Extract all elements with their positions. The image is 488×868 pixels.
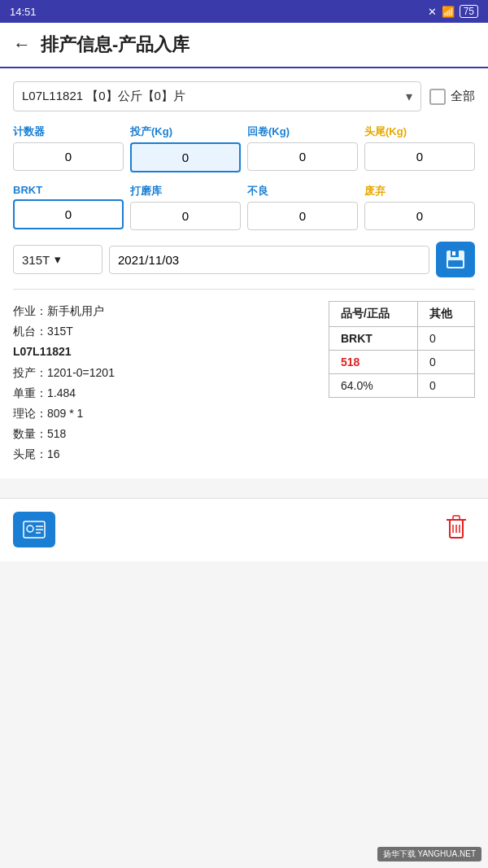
info-head-tail: 头尾：16 bbox=[13, 444, 319, 465]
wifi-icon: 📶 bbox=[442, 6, 455, 18]
card-icon-button[interactable] bbox=[13, 512, 55, 547]
machine-select[interactable]: 315T ▾ bbox=[13, 245, 102, 274]
label-defect: 不良 bbox=[247, 184, 358, 198]
table-cell-518: 518 bbox=[329, 351, 418, 374]
save-button[interactable] bbox=[436, 242, 475, 277]
close-icon: ✕ bbox=[428, 6, 437, 18]
status-bar: 14:51 ✕ 📶 75 bbox=[0, 0, 488, 23]
table-row: BRKT 0 bbox=[329, 327, 475, 351]
label-counter: 计数器 bbox=[13, 124, 124, 139]
label-brkt: BRKT bbox=[13, 184, 124, 196]
input-grinding[interactable] bbox=[130, 202, 241, 230]
date-input[interactable] bbox=[109, 246, 429, 274]
svg-rect-11 bbox=[453, 516, 460, 520]
status-time: 14:51 bbox=[10, 6, 37, 18]
info-theory: 理论：809 * 1 bbox=[13, 403, 319, 424]
back-button[interactable]: ← bbox=[13, 34, 31, 55]
summary-table: 品号/正品 其他 BRKT 0 518 0 64.0% 0 bbox=[329, 301, 475, 398]
product-select[interactable]: L07L11821 【0】公斤【0】片 ▾ bbox=[13, 81, 421, 111]
label-discard: 废弃 bbox=[364, 184, 475, 198]
divider bbox=[13, 289, 475, 290]
input-rewind-kg[interactable] bbox=[247, 142, 358, 171]
field-discard: 废弃 bbox=[364, 184, 475, 230]
table-cell-other-1: 0 bbox=[418, 327, 475, 351]
machine-select-value: 315T bbox=[22, 253, 50, 267]
table-cell-other-3: 0 bbox=[418, 374, 475, 398]
theory-value: 809 * 1 bbox=[47, 407, 83, 420]
field-defect: 不良 bbox=[247, 184, 358, 230]
battery-level: 75 bbox=[460, 5, 478, 18]
label-head-tail-kg: 头尾(Kg) bbox=[364, 124, 475, 139]
save-icon bbox=[445, 249, 466, 270]
fields-grid-row1: 计数器 投产(Kg) 回卷(Kg) 头尾(Kg) bbox=[13, 124, 475, 172]
info-left: 作业：新手机用户 机台：315T L07L11821 投产：1201-0=120… bbox=[13, 301, 319, 465]
watermark: 扬华下载 YANGHUA.NET bbox=[377, 847, 481, 861]
table-row: 64.0% 0 bbox=[329, 374, 475, 398]
delete-button[interactable] bbox=[438, 510, 475, 550]
field-grinding: 打磨库 bbox=[130, 184, 241, 230]
input-discard[interactable] bbox=[364, 202, 475, 230]
input-head-tail-kg[interactable] bbox=[364, 142, 475, 171]
head-tail-value: 16 bbox=[47, 447, 60, 460]
label-grinding: 打磨库 bbox=[130, 184, 241, 198]
field-input-kg: 投产(Kg) bbox=[130, 124, 241, 172]
table-header-row: 品号/正品 其他 bbox=[329, 302, 475, 327]
code-value: L07L11821 bbox=[13, 345, 72, 358]
table-cell-other-2: 0 bbox=[418, 351, 475, 374]
input-counter[interactable] bbox=[13, 142, 124, 171]
table-cell-percent: 64.0% bbox=[329, 374, 418, 398]
status-right: ✕ 📶 75 bbox=[428, 5, 478, 18]
info-unit-weight: 单重：1.484 bbox=[13, 383, 319, 403]
input-input-kg[interactable] bbox=[130, 142, 241, 172]
table-cell-brkt: BRKT bbox=[329, 327, 418, 351]
field-counter: 计数器 bbox=[13, 124, 124, 172]
all-checkbox[interactable] bbox=[429, 89, 446, 105]
all-checkbox-group: 全部 bbox=[429, 89, 475, 105]
bottom-row: 315T ▾ bbox=[13, 242, 475, 277]
info-code: L07L11821 bbox=[13, 342, 319, 362]
info-section: 作业：新手机用户 机台：315T L07L11821 投产：1201-0=120… bbox=[13, 301, 475, 465]
col-header-product: 品号/正品 bbox=[329, 302, 418, 327]
table-row: 518 0 bbox=[329, 351, 475, 374]
info-quantity: 数量：518 bbox=[13, 424, 319, 444]
info-operator: 作业：新手机用户 bbox=[13, 301, 319, 321]
input-defect[interactable] bbox=[247, 202, 358, 230]
info-machine: 机台：315T bbox=[13, 321, 319, 342]
machine-chevron-icon: ▾ bbox=[54, 252, 61, 267]
label-input-kg: 投产(Kg) bbox=[130, 124, 241, 139]
fields-row1: 计数器 投产(Kg) 回卷(Kg) 头尾(Kg) bbox=[13, 124, 475, 172]
operator-value: 新手机用户 bbox=[47, 304, 104, 317]
input-prod-value: 1201-0=1201 bbox=[47, 366, 115, 379]
dropdown-row: L07L11821 【0】公斤【0】片 ▾ 全部 bbox=[13, 81, 475, 111]
input-brkt[interactable] bbox=[13, 199, 124, 229]
action-bar bbox=[0, 498, 488, 561]
col-header-other: 其他 bbox=[418, 302, 475, 327]
fields-grid-row2: BRKT 打磨库 不良 废弃 bbox=[13, 184, 475, 230]
all-checkbox-label: 全部 bbox=[451, 89, 475, 104]
product-select-value: L07L11821 【0】公斤【0】片 bbox=[22, 89, 185, 104]
main-content: L07L11821 【0】公斤【0】片 ▾ 全部 计数器 投产(Kg) 回卷(K… bbox=[0, 68, 488, 478]
label-rewind-kg: 回卷(Kg) bbox=[247, 124, 358, 139]
quantity-value: 518 bbox=[47, 427, 66, 440]
field-head-tail-kg: 头尾(Kg) bbox=[364, 124, 475, 172]
svg-rect-3 bbox=[448, 260, 463, 267]
svg-point-5 bbox=[27, 526, 33, 532]
unit-weight-value: 1.484 bbox=[47, 386, 76, 399]
header: ← 排产信息-产品入库 bbox=[0, 23, 488, 68]
fields-row2: BRKT 打磨库 不良 废弃 bbox=[13, 184, 475, 230]
trash-icon bbox=[444, 513, 468, 541]
field-rewind-kg: 回卷(Kg) bbox=[247, 124, 358, 172]
svg-rect-2 bbox=[452, 251, 455, 255]
page-title: 排产信息-产品入库 bbox=[41, 33, 190, 57]
chevron-down-icon: ▾ bbox=[406, 89, 412, 104]
info-right: 品号/正品 其他 BRKT 0 518 0 64.0% 0 bbox=[329, 301, 475, 398]
info-input-prod: 投产：1201-0=1201 bbox=[13, 363, 319, 383]
machine-value: 315T bbox=[47, 325, 73, 338]
field-brkt: BRKT bbox=[13, 184, 124, 230]
id-card-icon bbox=[23, 521, 46, 539]
